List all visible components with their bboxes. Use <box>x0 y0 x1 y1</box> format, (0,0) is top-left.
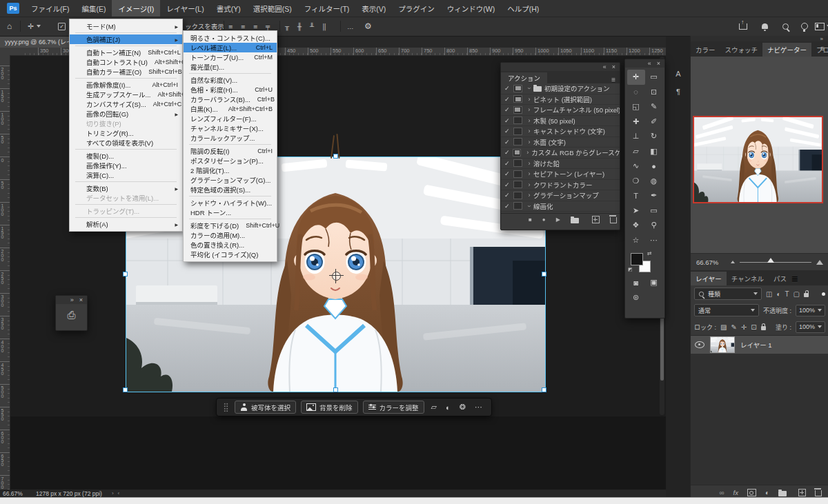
transform-handle-s[interactable] <box>333 387 338 392</box>
more-options-button[interactable]: … <box>347 17 354 36</box>
menubar-item[interactable]: プラグイン <box>392 0 441 17</box>
action-check-icon[interactable]: ✓ <box>504 117 513 124</box>
filter-toggle-icon[interactable] <box>822 292 825 296</box>
action-check-icon[interactable]: ✓ <box>504 160 513 167</box>
lasso-tool[interactable]: ◌ <box>627 85 645 100</box>
lock-transparency-icon[interactable]: ▨ <box>720 323 727 331</box>
action-row[interactable]: ✓›セピアトーン (レイヤー) <box>501 169 620 180</box>
menubar-item[interactable]: 編集(E) <box>75 0 112 17</box>
opacity-input[interactable]: 100% <box>796 305 825 316</box>
filter-adjustment-layers-icon[interactable]: ◐ <box>776 290 780 298</box>
action-dialog-toggle[interactable] <box>513 170 522 178</box>
image-menu-item[interactable]: 変数(B)▶ <box>70 183 182 193</box>
filter-locked-layers-icon[interactable] <box>804 293 809 297</box>
star-tool[interactable]: ☆ <box>627 233 645 248</box>
image-menu-item[interactable]: カンバスサイズ(S)...Alt+Ctrl+C <box>70 99 182 109</box>
adjustments-menu-item[interactable]: HDR トーン... <box>184 208 277 217</box>
eye-icon[interactable] <box>695 341 704 348</box>
adjustments-menu-item[interactable]: 2 階調化(T)... <box>184 165 277 175</box>
status-expand-icon[interactable]: › <box>102 490 114 496</box>
eyedropper-tool[interactable]: ✎ <box>645 99 663 114</box>
action-row[interactable]: ✓›線画化 <box>501 201 620 212</box>
action-row[interactable]: ✓›水面 (文字) <box>501 137 620 148</box>
action-expand-icon[interactable]: › <box>525 181 533 188</box>
action-check-icon[interactable]: ✓ <box>504 203 513 210</box>
delete-icon[interactable] <box>610 217 617 223</box>
action-row[interactable]: ✓›木製 (50 pixel) <box>501 116 620 127</box>
menubar-item[interactable]: ウィンドウ(W) <box>441 0 501 17</box>
adjustments-menu-item[interactable]: グラデーションマップ(G)... <box>184 175 277 185</box>
object-selection-tool[interactable]: ⊡ <box>645 85 663 100</box>
close-icon[interactable]: × <box>612 63 615 70</box>
clone-stamp-tool[interactable]: ⊥ <box>627 129 645 144</box>
link-layers-icon[interactable]: ∞ <box>719 489 724 496</box>
adjustment-icon[interactable]: ◐ <box>444 403 453 412</box>
image-menu-item[interactable]: モード(M)▶ <box>70 21 182 31</box>
paragraph-panel-icon[interactable]: ¶ <box>673 87 683 97</box>
gradient-tool[interactable]: ◧ <box>645 144 663 159</box>
transform-handle-e[interactable] <box>542 272 546 276</box>
action-check-icon[interactable]: ✓ <box>504 181 513 188</box>
action-row[interactable]: ✓›初期設定のアクション <box>501 83 620 94</box>
adjustments-menu-item[interactable]: 露光量(E)... <box>184 62 277 72</box>
adjustments-menu-item[interactable]: ポスタリゼーション(P)... <box>184 156 277 165</box>
status-collapse-icon[interactable]: ‹ <box>114 490 120 496</box>
transform-icon[interactable]: ▱ <box>429 403 439 412</box>
close-icon[interactable]: × <box>79 296 83 303</box>
tab-チャンネル[interactable]: チャンネル <box>727 272 769 285</box>
new-layer-icon[interactable] <box>798 489 806 496</box>
status-zoom-value[interactable]: 66.67% <box>0 490 36 497</box>
eraser-tool[interactable]: ▱ <box>627 144 645 159</box>
tab-レイヤー[interactable]: レイヤー <box>691 272 727 285</box>
shape-tool[interactable]: ▭ <box>645 203 663 219</box>
search-button[interactable] <box>782 17 789 36</box>
edit-toolbar[interactable]: ⋯ <box>645 233 663 248</box>
capture-button[interactable]: ⊚ <box>627 290 645 305</box>
adjustments-menu-item[interactable]: 特定色域の選択(S)... <box>184 185 277 194</box>
action-dialog-toggle[interactable] <box>513 181 522 188</box>
image-menu-item[interactable]: すべての領域を表示(V) <box>70 138 182 148</box>
adjustments-menu-item[interactable]: 色の置き換え(R)... <box>184 240 277 250</box>
adjustment-layer-icon[interactable]: ◐ <box>765 489 769 496</box>
record-icon[interactable]: ● <box>542 216 546 223</box>
adjustments-menu-item[interactable]: 階調の反転(I)Ctrl+I <box>184 146 277 156</box>
tab-パス[interactable]: パス <box>769 272 791 285</box>
adjustments-menu-item[interactable]: チャンネルミキサー(X)... <box>184 123 277 133</box>
menubar-item[interactable]: 選択範囲(S) <box>247 0 298 17</box>
delete-layer-icon[interactable] <box>815 490 822 496</box>
stop-icon[interactable]: ■ <box>529 216 532 223</box>
taskbar-button[interactable]: 背景を削除 <box>301 401 358 414</box>
adjustments-menu-item[interactable]: カラーバランス(B)...Ctrl+B <box>184 94 277 104</box>
sponge-tool[interactable]: ◍ <box>645 174 663 189</box>
action-dialog-toggle[interactable] <box>513 85 522 92</box>
action-expand-icon[interactable]: › <box>525 192 533 199</box>
filter-type-layers-icon[interactable]: T <box>785 290 789 298</box>
harmonize-icon[interactable]: ❂ <box>457 403 468 412</box>
menubar-item[interactable]: 表示(V) <box>355 0 392 17</box>
image-menu-item[interactable]: 画像解像度(I)...Alt+Ctrl+I <box>70 80 182 90</box>
action-row[interactable]: ✓›カスタム RGB からグレースケ... <box>501 148 620 159</box>
panel-menu-icon[interactable]: ≡ <box>611 76 620 83</box>
new-action-icon[interactable] <box>592 216 600 223</box>
lock-position-icon[interactable]: ✛ <box>741 323 747 331</box>
navigator-zoom-value[interactable]: 66.67% <box>691 259 731 266</box>
discover-button[interactable] <box>801 17 808 36</box>
zoom-out-icon[interactable] <box>731 261 735 263</box>
transform-handle-se[interactable] <box>542 387 546 392</box>
more-options-icon[interactable]: ⋯ <box>473 403 484 412</box>
action-row[interactable]: ✓›グラデーションマップ <box>501 190 620 201</box>
notifications-button[interactable] <box>762 17 768 36</box>
action-expand-icon[interactable]: › <box>524 149 531 156</box>
action-expand-icon[interactable]: › <box>525 160 533 167</box>
lock-pixels-icon[interactable]: ✎ <box>731 323 736 331</box>
lock-all-icon[interactable] <box>761 326 766 330</box>
menubar-item[interactable]: イメージ(I) <box>112 0 160 17</box>
share-button[interactable] <box>739 17 747 36</box>
transform-reference-point[interactable] <box>332 272 341 281</box>
adjustments-menu-item[interactable]: 彩度を下げる(D)Shift+Ctrl+U <box>184 221 277 230</box>
hand-tool[interactable]: ❖ <box>627 218 645 233</box>
action-dialog-toggle[interactable] <box>513 117 522 124</box>
action-check-icon[interactable]: ✓ <box>504 96 513 103</box>
adjustments-menu-item[interactable]: カラールックアップ... <box>184 133 277 143</box>
action-expand-icon[interactable]: › <box>525 139 533 145</box>
